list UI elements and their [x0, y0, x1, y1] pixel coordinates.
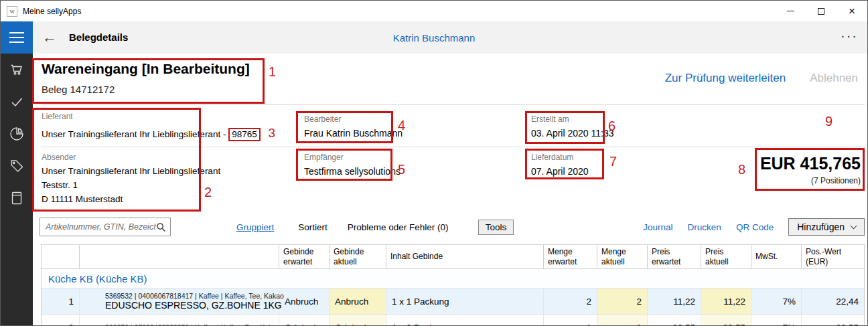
annotation-label-7: 7: [609, 154, 617, 169]
more-options-button[interactable]: ···: [841, 28, 858, 44]
annotation-label-3: 3: [268, 126, 275, 140]
col-preis-erwartet: Preis erwartet: [648, 245, 701, 268]
col-gebinde-aktuell: Gebinde aktuell: [330, 245, 386, 268]
col-gebinde-erwartet: Gebinde erwartet: [279, 245, 330, 268]
col-menge-aktuell: Menge aktuell: [597, 245, 648, 268]
cell-menge-aktuell[interactable]: 1: [597, 315, 648, 326]
bearbeiter-value: Frau Katrin Buschmann: [304, 128, 403, 139]
forward-for-review-button[interactable]: Zur Prüfung weiterleiten: [665, 72, 786, 85]
cell-gebinde-erwartet: Original: [279, 315, 330, 326]
sidebar-item-catalog[interactable]: [1, 182, 33, 214]
tools-button[interactable]: Tools: [478, 220, 514, 235]
cart-icon: [9, 62, 25, 78]
row-description: 5369532 | 04006067818417 | Kaffee | Kaff…: [80, 289, 279, 314]
cell-gebinde-aktuell[interactable]: Anbruch: [330, 289, 386, 314]
table-row[interactable]: 2 369379 | 07622400820250 | Kaffee | Kaf…: [42, 314, 864, 326]
absender-line-2: Teststr. 1: [42, 180, 78, 190]
app-window: w Meine sellyApps × ← Belegdetails Katri…: [0, 0, 868, 326]
table-row[interactable]: 1 5369532 | 04006067818417 | Kaffee | Ka…: [42, 288, 864, 314]
annotation-label-8: 8: [738, 162, 745, 177]
document-number: Beleg 14712172: [42, 84, 115, 95]
reject-button[interactable]: Ablehnen: [810, 72, 858, 85]
positions-table: Gebinde erwartet Gebinde aktuell Inhalt …: [41, 244, 865, 326]
search-box: [40, 218, 171, 236]
hinzufuegen-button[interactable]: Hinzufügen: [788, 218, 865, 236]
cell-menge-erwartet: 2: [544, 289, 597, 314]
table-header-row: Gebinde erwartet Gebinde aktuell Inhalt …: [42, 245, 864, 269]
close-icon: ×: [849, 5, 855, 17]
lieferant-value: Unser Trainingslieferant Ihr Lieblingsli…: [42, 126, 275, 141]
cell-pos-wert: 22,44: [802, 289, 864, 314]
chevron-down-icon: [851, 222, 857, 229]
cell-inhalt: 1 x 9 Packungen: [386, 315, 544, 326]
document-title: Wareneingang [In Bearbeitung]: [42, 61, 250, 77]
sidebar-item-cart[interactable]: [1, 54, 33, 86]
minimize-button[interactable]: [775, 1, 806, 21]
cell-gebinde-aktuell[interactable]: Original: [330, 315, 386, 326]
tab-probleme[interactable]: Probleme oder Fehler (0): [348, 222, 449, 232]
article-meta: 369379 | 07622400820250 | Kaffee | Kaffe…: [105, 323, 280, 326]
qr-code-link[interactable]: QR Code: [736, 222, 774, 232]
group-row[interactable]: Küche KB (Küche KB): [42, 269, 864, 288]
current-user: Katrin Buschmann: [1, 32, 867, 44]
cell-preis-erwartet: 11,22: [648, 289, 701, 314]
bearbeiter-label: Bearbeiter: [304, 114, 341, 124]
tag-icon: [9, 158, 25, 174]
tab-gruppiert[interactable]: Gruppiert: [236, 222, 274, 232]
cell-mwst: 7%: [751, 315, 802, 326]
sidebar-item-reports[interactable]: [1, 118, 33, 150]
cell-mwst: 7%: [751, 289, 802, 314]
empfaenger-value: Testfirma sellysolutions: [304, 166, 401, 177]
row-number: 2: [42, 315, 80, 326]
col-inhalt-gebinde: Inhalt Gebinde: [386, 245, 544, 268]
row-number: 1: [42, 289, 80, 314]
annotation-label-2: 2: [204, 185, 212, 200]
absender-label: Absender: [42, 153, 76, 162]
col-menge-erwartet: Menge erwartet: [544, 245, 597, 268]
lieferant-label: Lieferant: [42, 112, 73, 121]
erstellt-am-value: 03. April 2020 11:33: [531, 128, 614, 139]
absender-line-3: D 11111 Musterstadt: [42, 194, 123, 204]
window-title: Meine sellyApps: [23, 7, 81, 16]
erstellt-am-label: Erstellt am: [531, 114, 569, 124]
annotation-label-9: 9: [825, 114, 833, 129]
maximize-button[interactable]: [806, 1, 837, 21]
sidebar-item-tasks[interactable]: [1, 86, 33, 118]
positions-toolbar: Gruppiert Sortiert Probleme oder Fehler …: [40, 217, 865, 237]
title-bar: w Meine sellyApps ×: [1, 1, 867, 21]
journal-link[interactable]: Journal: [643, 222, 672, 232]
search-input[interactable]: [46, 222, 156, 232]
pie-chart-icon: [9, 126, 25, 142]
col-pos-wert: Pos.-Wert (EUR): [802, 245, 864, 268]
sidebar-item-offers[interactable]: [1, 150, 33, 182]
cell-gebinde-erwartet: Anbruch: [279, 289, 330, 314]
article-name: EDUSCHO ESPRESSO, GZ.BOHNE 1KG: [105, 300, 282, 311]
divider: [41, 147, 865, 147]
close-button[interactable]: ×: [837, 1, 867, 21]
app-logo-icon: w: [7, 6, 17, 17]
tab-sortiert[interactable]: Sortiert: [298, 222, 328, 232]
maximize-icon: [818, 8, 824, 15]
minimize-icon: [787, 11, 794, 11]
absender-line-1: Unser Trainingslieferant Ihr Lieblingsli…: [42, 166, 220, 176]
divider: [41, 104, 865, 105]
total-positions: (7 Positionen): [811, 176, 861, 185]
col-mwst: MwSt.: [751, 245, 802, 268]
cell-inhalt: 1 x 1 Packung: [386, 289, 544, 314]
annotation-label-1: 1: [269, 64, 276, 80]
app-header: ← Belegdetails Katrin Buschmann ···: [1, 21, 867, 54]
lieferant-number: 98765: [228, 128, 261, 141]
cell-menge-erwartet: 1: [544, 315, 597, 326]
cell-preis-aktuell[interactable]: 80,55: [701, 315, 751, 326]
cell-preis-erwartet: 80,55: [648, 315, 701, 326]
cell-preis-aktuell[interactable]: 11,22: [701, 289, 751, 314]
lieferdatum-label: Lieferdatum: [531, 153, 573, 162]
cell-menge-aktuell[interactable]: 2: [597, 289, 648, 314]
drucken-link[interactable]: Drucken: [688, 222, 721, 232]
article-meta: 5369532 | 04006067818417 | Kaffee | Kaff…: [105, 292, 284, 300]
search-icon: [156, 222, 166, 232]
sidebar: [1, 54, 33, 326]
check-icon: [9, 94, 25, 110]
row-description: 369379 | 07622400820250 | Kaffee | Kaffe…: [80, 315, 279, 326]
cell-pos-wert: 80,55: [802, 315, 864, 326]
